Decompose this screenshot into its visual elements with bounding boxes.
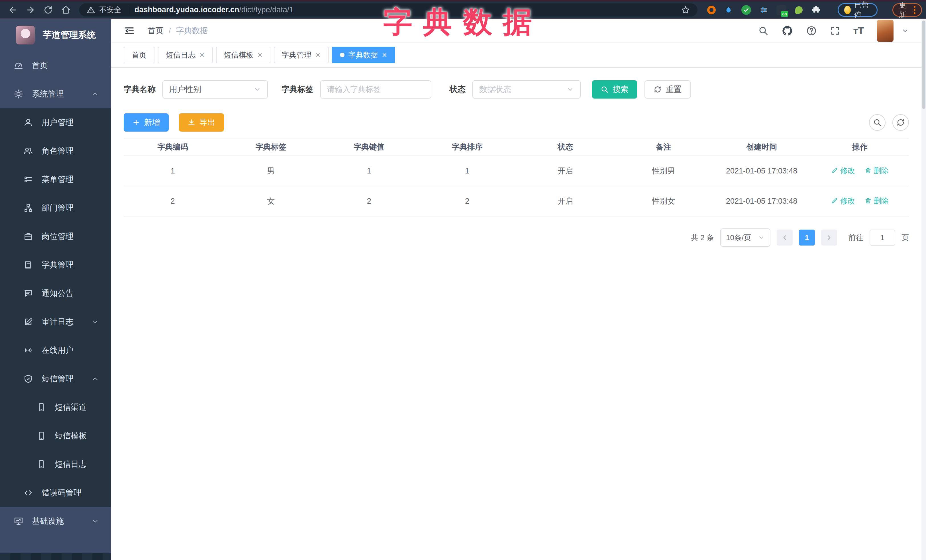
sidebar-item-notice-announcement[interactable]: 通知公告 — [0, 279, 111, 308]
briefcase-icon — [23, 232, 33, 241]
sidebar-item-infrastructure[interactable]: 基础设施 — [0, 507, 111, 536]
search-button[interactable]: 搜索 — [592, 80, 637, 98]
tab-home[interactable]: 首页 — [124, 47, 154, 63]
chevron-down-icon[interactable] — [902, 27, 909, 35]
close-icon[interactable]: × — [200, 51, 204, 59]
page-number-button[interactable]: 1 — [799, 229, 815, 246]
sidebar-item-sms-channel[interactable]: 短信渠道 — [0, 393, 111, 421]
profile-avatar-icon — [844, 6, 851, 14]
scrollbar-thumb[interactable] — [922, 21, 925, 109]
tab-sms-template[interactable]: 短信模板 × — [216, 47, 271, 63]
pencil-icon — [831, 198, 838, 204]
goto-page-input[interactable] — [870, 229, 895, 246]
profile-paused-pill[interactable]: 已暂停 — [838, 3, 878, 17]
extension-on-icon[interactable]: on — [777, 5, 787, 15]
total-count: 共 2 条 — [691, 233, 714, 243]
extension-check-icon[interactable] — [741, 5, 751, 15]
sidebar-item-post-management[interactable]: 岗位管理 — [0, 222, 111, 251]
tab-label: 字典管理 — [282, 50, 312, 60]
page-scrollbar[interactable] — [921, 19, 926, 560]
sidebar-scrollbar[interactable] — [0, 553, 111, 560]
extension-sliders-icon[interactable] — [760, 5, 768, 15]
add-button[interactable]: 新增 — [124, 113, 169, 131]
delete-link[interactable]: 删除 — [865, 166, 889, 176]
browser-reload-icon[interactable] — [43, 5, 53, 15]
browser-home-icon[interactable] — [61, 5, 71, 15]
chevron-up-icon — [91, 90, 99, 98]
bookmark-star-icon[interactable] — [681, 5, 690, 15]
avatar[interactable] — [877, 20, 894, 42]
tab-dict-data[interactable]: 字典数据 × — [332, 47, 395, 63]
search-icon[interactable] — [758, 26, 769, 36]
users-icon — [23, 146, 33, 156]
extension-donut-icon[interactable] — [707, 5, 716, 15]
dict-label-label: 字典标签 — [281, 84, 313, 95]
chevron-down-icon — [566, 86, 574, 93]
sidebar-item-sms-management[interactable]: 短信管理 — [0, 365, 111, 393]
page-size-select[interactable]: 10条/页 — [720, 228, 770, 247]
sidebar-fold-icon[interactable] — [124, 25, 135, 36]
tag-view-bar: 首页 短信日志 × 短信模板 × 字典管理 × 字典数据 × — [111, 43, 921, 68]
sidebar-item-dict-management[interactable]: 字典管理 — [0, 251, 111, 279]
edit-link[interactable]: 修改 — [831, 196, 855, 206]
security-label: 不安全 — [99, 5, 121, 15]
url-host: dashboard.yudao.iocoder.cn — [135, 5, 239, 14]
fullscreen-icon[interactable] — [830, 26, 840, 36]
help-icon[interactable] — [806, 25, 817, 36]
browser-forward-icon[interactable] — [26, 5, 35, 15]
export-button[interactable]: 导出 — [179, 113, 224, 131]
browser-back-icon[interactable] — [8, 5, 18, 15]
sidebar-item-online-users[interactable]: 在线用户 — [0, 336, 111, 365]
warning-icon — [86, 6, 95, 14]
delete-link[interactable]: 删除 — [865, 196, 889, 206]
tab-dict-management[interactable]: 字典管理 × — [274, 47, 328, 63]
github-icon[interactable] — [782, 25, 793, 36]
status-label: 状态 — [449, 84, 466, 95]
browser-menu-icon[interactable] — [914, 6, 915, 14]
table-row[interactable]: 1男11开启性别男2021-01-05 17:03:48 修改 删除 — [124, 156, 909, 186]
next-page-button[interactable] — [821, 229, 837, 246]
cell-label: 女 — [222, 196, 320, 206]
refresh-table-button[interactable] — [893, 114, 909, 131]
sidebar-item-system-management[interactable]: 系统管理 — [0, 80, 111, 108]
update-button[interactable]: 更新 — [893, 3, 922, 17]
table-row[interactable]: 2女22开启性别女2021-01-05 17:03:48 修改 删除 — [124, 186, 909, 216]
editsq-icon — [23, 317, 33, 327]
sidebar: 芋道管理系统 首页 系统管理 用户管理 角色管理 菜单管理 部门管理 — [0, 19, 111, 560]
extensions-puzzle-icon[interactable] — [811, 5, 820, 15]
font-size-icon[interactable]: тT — [853, 25, 864, 36]
breadcrumb-current: 字典数据 — [176, 25, 208, 36]
sidebar-item-label: 短信渠道 — [55, 402, 86, 413]
tab-sms-log[interactable]: 短信日志 × — [158, 47, 213, 63]
sidebar-item-home[interactable]: 首页 — [0, 51, 111, 80]
prev-page-button[interactable] — [777, 229, 793, 246]
toggle-search-button[interactable] — [869, 114, 885, 131]
trash-icon — [865, 167, 872, 174]
sidebar-item-dept-management[interactable]: 部门管理 — [0, 194, 111, 222]
sidebar-item-role-management[interactable]: 角色管理 — [0, 137, 111, 165]
breadcrumb-home[interactable]: 首页 — [148, 25, 163, 36]
sidebar-item-sms-template[interactable]: 短信模板 — [0, 421, 111, 450]
sidebar-item-user-management[interactable]: 用户管理 — [0, 108, 111, 137]
sidebar-menu: 首页 系统管理 用户管理 角色管理 菜单管理 部门管理 — [0, 51, 111, 553]
sidebar-item-sms-log[interactable]: 短信日志 — [0, 450, 111, 478]
sidebar-item-menu-management[interactable]: 菜单管理 — [0, 165, 111, 194]
dict-label-input[interactable] — [327, 85, 425, 94]
cell-remark: 性别男 — [614, 166, 713, 176]
close-icon[interactable]: × — [315, 51, 321, 59]
reset-button[interactable]: 重置 — [645, 80, 691, 98]
cell-sort: 1 — [418, 167, 517, 175]
extension-leaf-icon[interactable] — [795, 5, 803, 15]
dict-name-select[interactable]: 用户性别 — [162, 80, 268, 98]
edit-link[interactable]: 修改 — [831, 166, 855, 176]
logo[interactable]: 芋道管理系统 — [0, 19, 111, 51]
sidebar-item-error-code-management[interactable]: 错误码管理 — [0, 478, 111, 507]
sidebar-item-label: 短信管理 — [42, 373, 74, 384]
tab-label: 短信日志 — [166, 50, 195, 60]
close-icon[interactable]: × — [257, 51, 263, 59]
logo-image — [16, 26, 35, 44]
extension-drop-icon[interactable] — [724, 5, 733, 15]
close-icon[interactable]: × — [382, 51, 387, 59]
status-select[interactable]: 数据状态 — [472, 80, 581, 98]
sidebar-item-audit-log[interactable]: 审计日志 — [0, 308, 111, 336]
